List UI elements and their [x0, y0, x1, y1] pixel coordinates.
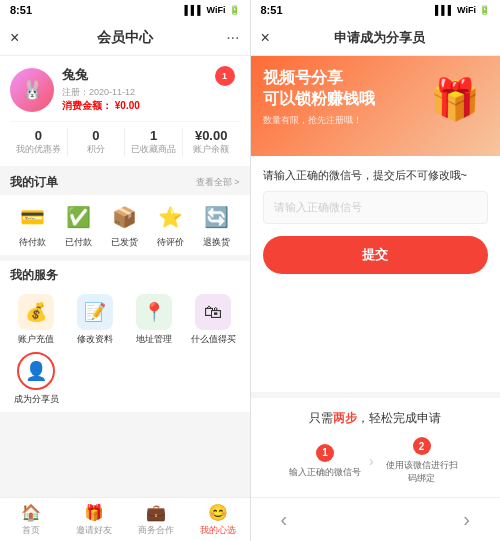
home-icon: 🏠 — [21, 503, 41, 522]
right-nav-bar: × 申请成为分享员 — [251, 20, 501, 56]
address-label: 地址管理 — [136, 333, 172, 346]
review-icon: ⭐ — [155, 201, 187, 233]
order-review[interactable]: ⭐ 待评价 — [155, 201, 187, 249]
service-edit-profile[interactable]: 📝 修改资料 — [69, 294, 122, 346]
left-status-icons: ▌▌▌ WiFi 🔋 — [184, 5, 239, 15]
recommend-label: 什么值得买 — [191, 333, 236, 346]
username: 兔兔 — [62, 66, 240, 84]
orders-section: 我的订单 查看全部 > 💳 待付款 ✅ 已付款 📦 已发货 ⭐ 待评价 🔄 — [0, 166, 250, 255]
wechat-input[interactable]: 请输入正确微信号 — [263, 191, 489, 224]
balance-value: ¥0.00 — [115, 100, 140, 111]
stats-row: 0 我的优惠券 0 积分 1 已收藏商品 ¥0.00 账户余额 — [10, 121, 240, 156]
step-2: 2 使用该微信进行扫码绑定 — [382, 437, 462, 485]
balance-label: 消费金额： — [62, 100, 112, 111]
stat-coupons-value: 0 — [10, 128, 67, 143]
paid-icon: ✅ — [63, 201, 95, 233]
edit-profile-label: 修改资料 — [77, 333, 113, 346]
invite-icon: 🎁 — [84, 503, 104, 522]
address-icon: 📍 — [136, 294, 172, 330]
service-become-sharer[interactable]: 👤 成为分享员 — [10, 352, 63, 406]
stat-coupons[interactable]: 0 我的优惠券 — [10, 128, 67, 156]
service-recommend[interactable]: 🛍 什么值得买 — [187, 294, 240, 346]
order-shipped[interactable]: 📦 已发货 — [109, 201, 141, 249]
right-time: 8:51 — [261, 4, 283, 16]
stat-favorites[interactable]: 1 已收藏商品 — [125, 128, 182, 156]
message-badge[interactable]: 1 — [215, 66, 235, 86]
stat-balance-value: ¥0.00 — [183, 128, 240, 143]
steps-title: 只需两步，轻松完成申请 — [263, 410, 489, 427]
wifi-icon: WiFi — [207, 5, 226, 15]
right-panel: 8:51 ▌▌▌ WiFi 🔋 × 申请成为分享员 视频号分享 可以锁粉赚钱哦 … — [251, 0, 501, 541]
battery-icon: 🔋 — [229, 5, 240, 15]
recommend-icon: 🛍 — [195, 294, 231, 330]
nav-invite[interactable]: 🎁 邀请好友 — [62, 498, 124, 541]
pending-pay-label: 待付款 — [19, 236, 46, 249]
step-2-number: 2 — [413, 437, 431, 455]
view-all-orders[interactable]: 查看全部 > — [196, 176, 240, 189]
step-1-text: 输入正确的微信号 — [289, 466, 361, 479]
stat-favorites-value: 1 — [125, 128, 182, 143]
submit-button[interactable]: 提交 — [263, 236, 489, 274]
left-status-bar: 8:51 ▌▌▌ WiFi 🔋 — [0, 0, 250, 20]
forward-arrow[interactable]: › — [463, 508, 470, 531]
services-section: 我的服务 💰 账户充值 📝 修改资料 📍 地址管理 🛍 什么值得买 👤 成为分享… — [0, 261, 250, 412]
back-arrow[interactable]: ‹ — [281, 508, 288, 531]
service-address[interactable]: 📍 地址管理 — [128, 294, 181, 346]
right-status-bar: 8:51 ▌▌▌ WiFi 🔋 — [251, 0, 501, 20]
steps-row: 1 输入正确的微信号 › 2 使用该微信进行扫码绑定 — [263, 437, 489, 485]
left-time: 8:51 — [10, 4, 32, 16]
paid-label: 已付款 — [65, 236, 92, 249]
nav-my-picks-label: 我的心选 — [200, 524, 236, 537]
right-wifi-icon: WiFi — [457, 5, 476, 15]
gift-icon: 🎁 — [430, 76, 480, 123]
stat-favorites-label: 已收藏商品 — [131, 144, 176, 154]
right-status-icons: ▌▌▌ WiFi 🔋 — [435, 5, 490, 15]
my-picks-icon: 😊 — [208, 503, 228, 522]
stat-points[interactable]: 0 积分 — [68, 128, 125, 156]
user-section: 🐰 兔兔 注册：2020-11-12 消费金额： ¥0.00 1 0 我的优惠券… — [0, 56, 250, 166]
user-details: 兔兔 注册：2020-11-12 消费金额： ¥0.00 — [62, 66, 240, 113]
steps-highlight: 两步 — [333, 411, 357, 425]
nav-business-label: 商务合作 — [138, 524, 174, 537]
orders-title: 我的订单 — [10, 174, 58, 191]
step-1: 1 输入正确的微信号 — [289, 444, 361, 479]
form-label: 请输入正确的微信号，提交后不可修改哦~ — [263, 168, 489, 183]
order-paid[interactable]: ✅ 已付款 — [63, 201, 95, 249]
nav-business[interactable]: 💼 商务合作 — [125, 498, 187, 541]
recharge-icon: 💰 — [18, 294, 54, 330]
nav-invite-label: 邀请好友 — [76, 524, 112, 537]
avatar: 🐰 — [10, 68, 54, 112]
edit-profile-icon: 📝 — [77, 294, 113, 330]
review-label: 待评价 — [157, 236, 184, 249]
user-info-row: 🐰 兔兔 注册：2020-11-12 消费金额： ¥0.00 1 — [10, 66, 240, 113]
left-nav-bar: × 会员中心 ··· — [0, 20, 250, 56]
stat-coupons-label: 我的优惠券 — [16, 144, 61, 154]
more-button[interactable]: ··· — [226, 29, 239, 47]
close-button[interactable]: × — [261, 29, 270, 47]
nav-home[interactable]: 🏠 首页 — [0, 498, 62, 541]
return-icon: 🔄 — [201, 201, 233, 233]
services-title: 我的服务 — [10, 267, 58, 284]
nav-my-picks[interactable]: 😊 我的心选 — [187, 498, 249, 541]
signal-icon: ▌▌▌ — [184, 5, 203, 15]
services-header: 我的服务 — [10, 267, 240, 288]
return-label: 退换货 — [203, 236, 230, 249]
hero-decoration: 🎁 — [420, 64, 490, 134]
hero-section: 视频号分享 可以锁粉赚钱哦 数量有限，抢先注册哦！ 🎁 — [251, 56, 501, 156]
right-nav-title: 申请成为分享员 — [270, 29, 490, 47]
sharer-icon: 👤 — [17, 352, 55, 390]
form-section: 请输入正确的微信号，提交后不可修改哦~ 请输入正确微信号 提交 — [251, 156, 501, 392]
recharge-label: 账户充值 — [18, 333, 54, 346]
back-button[interactable]: × — [10, 29, 19, 47]
service-recharge[interactable]: 💰 账户充值 — [10, 294, 63, 346]
right-battery-icon: 🔋 — [479, 5, 490, 15]
service-grid: 💰 账户充值 📝 修改资料 📍 地址管理 🛍 什么值得买 👤 成为分享员 — [10, 294, 240, 406]
pending-pay-icon: 💳 — [17, 201, 49, 233]
step-arrow: › — [369, 453, 374, 469]
order-pending-pay[interactable]: 💳 待付款 — [17, 201, 49, 249]
order-return[interactable]: 🔄 退换货 — [201, 201, 233, 249]
left-nav-title: 会员中心 — [97, 29, 153, 47]
stat-balance[interactable]: ¥0.00 账户余额 — [183, 128, 240, 156]
sharer-label: 成为分享员 — [14, 393, 59, 406]
left-bottom-nav: 🏠 首页 🎁 邀请好友 💼 商务合作 😊 我的心选 — [0, 497, 250, 541]
